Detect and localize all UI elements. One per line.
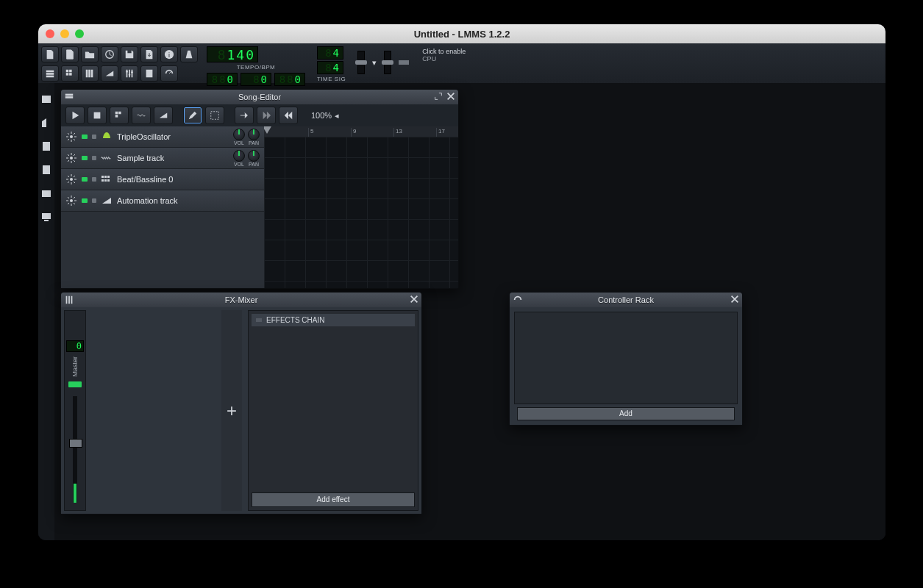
open-project-button[interactable]: [81, 46, 99, 62]
timeline-grid[interactable]: [264, 137, 458, 288]
play-button[interactable]: [65, 107, 85, 124]
master-fader[interactable]: [73, 396, 77, 503]
fx-mixer-header[interactable]: FX-Mixer: [61, 293, 421, 307]
draw-mode-button[interactable]: [183, 107, 202, 124]
svg-rect-27: [118, 112, 121, 115]
timesig-den-lcd[interactable]: 84: [317, 61, 343, 74]
rewind-button[interactable]: [279, 107, 298, 124]
ruler-tick: 17: [436, 128, 445, 137]
master-send-lcd[interactable]: 0: [66, 340, 84, 352]
master-volume-slider[interactable]: [357, 51, 365, 74]
track-mute-button[interactable]: [82, 198, 88, 203]
track-solo-button[interactable]: [92, 156, 96, 160]
playhead-marker-icon[interactable]: [264, 126, 271, 134]
track-solo-button[interactable]: [92, 198, 96, 203]
automation-editor-button[interactable]: [101, 65, 118, 82]
song-editor-button[interactable]: [41, 65, 59, 82]
track-row[interactable]: Beat/Bassline 0: [61, 169, 264, 190]
master-label: Master: [71, 356, 79, 377]
timesig-label: TIME SIG: [317, 76, 346, 82]
timesig-num-lcd[interactable]: 84: [317, 46, 343, 60]
track-row[interactable]: Sample track VOLPAN: [61, 148, 264, 169]
add-controller-button[interactable]: Add: [517, 407, 735, 420]
svg-rect-21: [42, 213, 51, 219]
record-button[interactable]: [110, 107, 129, 124]
titlebar[interactable]: Untitled - LMMS 1.2.2: [38, 24, 885, 43]
cpu-meter[interactable]: Click to enable CPU: [415, 43, 473, 67]
svg-rect-9: [69, 73, 72, 76]
track-gear-icon[interactable]: [65, 152, 77, 164]
track-gear-icon[interactable]: [65, 131, 77, 143]
stop-button[interactable]: [88, 107, 107, 124]
metronome-button[interactable]: [180, 46, 198, 62]
track-gear-icon[interactable]: [65, 195, 77, 207]
close-icon[interactable]: [730, 294, 740, 304]
controller-list[interactable]: [514, 312, 738, 404]
track-name[interactable]: Automation track: [117, 196, 178, 205]
song-editor-header[interactable]: Song-Editor: [61, 90, 458, 104]
project-notes-button[interactable]: [140, 65, 158, 82]
svg-point-40: [70, 199, 73, 202]
track-mute-button[interactable]: [82, 177, 88, 182]
samples-tab-icon[interactable]: [40, 117, 52, 129]
track-solo-button[interactable]: [92, 135, 96, 139]
track-name[interactable]: TripleOscillator: [117, 132, 171, 141]
fx-mixer-button[interactable]: [121, 65, 138, 82]
song-editor-toolbar: 100% ◂: [61, 104, 458, 127]
chevron-down-icon: ▾: [372, 58, 377, 68]
piano-roll-button[interactable]: [81, 65, 99, 82]
time-msec-lcd[interactable]: 880: [274, 73, 305, 86]
add-automation-track-button[interactable]: [154, 107, 173, 124]
master-pitch-reset[interactable]: [399, 60, 409, 65]
svg-rect-17: [42, 96, 51, 103]
home-tab-icon[interactable]: [40, 164, 52, 176]
controller-rack-button[interactable]: [160, 65, 178, 82]
maximize-icon[interactable]: [433, 91, 443, 101]
controller-rack-header[interactable]: Controller Rack: [510, 293, 742, 307]
track-name[interactable]: Sample track: [117, 154, 164, 162]
svg-rect-11: [88, 70, 90, 78]
track-mute-button[interactable]: [82, 156, 88, 160]
add-effect-button[interactable]: Add effect: [252, 492, 415, 507]
computer-tab-icon[interactable]: [40, 211, 52, 223]
time-min-lcd[interactable]: 880: [207, 73, 238, 86]
master-mute-button[interactable]: [68, 381, 82, 387]
new-from-template-button[interactable]: [61, 46, 79, 62]
export-button[interactable]: [140, 46, 158, 62]
track-row[interactable]: TripleOscillator VOLPAN: [61, 126, 264, 148]
time-sec-lcd[interactable]: 80: [240, 73, 271, 86]
master-channel[interactable]: 0 Master: [64, 310, 86, 511]
zoom-value[interactable]: 100%: [311, 111, 332, 120]
close-icon[interactable]: [409, 294, 419, 304]
projects-tab-icon[interactable]: [40, 187, 52, 199]
fx-mixer-title: FX-Mixer: [61, 295, 421, 304]
close-icon[interactable]: [446, 91, 456, 101]
zoom-dec-icon[interactable]: ◂: [335, 111, 339, 121]
edit-mode-button[interactable]: [205, 107, 224, 124]
skip-back-button[interactable]: [257, 107, 276, 124]
new-project-button[interactable]: [41, 46, 59, 62]
track-gear-icon[interactable]: [65, 173, 77, 185]
timeline[interactable]: 591317: [264, 126, 458, 288]
timeline-ruler[interactable]: 591317: [264, 126, 458, 137]
chain-enable-led[interactable]: [256, 318, 262, 322]
track-row[interactable]: Automation track: [61, 190, 264, 212]
track-name[interactable]: Beat/Bassline 0: [117, 175, 173, 184]
instruments-tab-icon[interactable]: [40, 93, 52, 105]
master-pitch-slider[interactable]: [384, 51, 391, 74]
track-solo-button[interactable]: [92, 177, 96, 182]
record-accompany-button[interactable]: [132, 107, 151, 124]
track-mute-button[interactable]: [82, 135, 88, 139]
add-channel-button[interactable]: +: [221, 310, 242, 511]
save-project-button[interactable]: [121, 46, 138, 62]
recent-projects-button[interactable]: [101, 46, 118, 62]
whats-this-button[interactable]: i: [160, 46, 178, 62]
effects-chain-header[interactable]: EFFECTS CHAIN: [252, 314, 415, 326]
tempo-lcd[interactable]: 8140: [207, 46, 258, 62]
bb-editor-button[interactable]: [61, 65, 79, 82]
skip-forward-button[interactable]: [235, 107, 254, 124]
svg-rect-7: [69, 70, 72, 73]
svg-point-32: [70, 157, 73, 159]
presets-tab-icon[interactable]: [40, 140, 52, 152]
track-type-icon: [101, 173, 113, 185]
